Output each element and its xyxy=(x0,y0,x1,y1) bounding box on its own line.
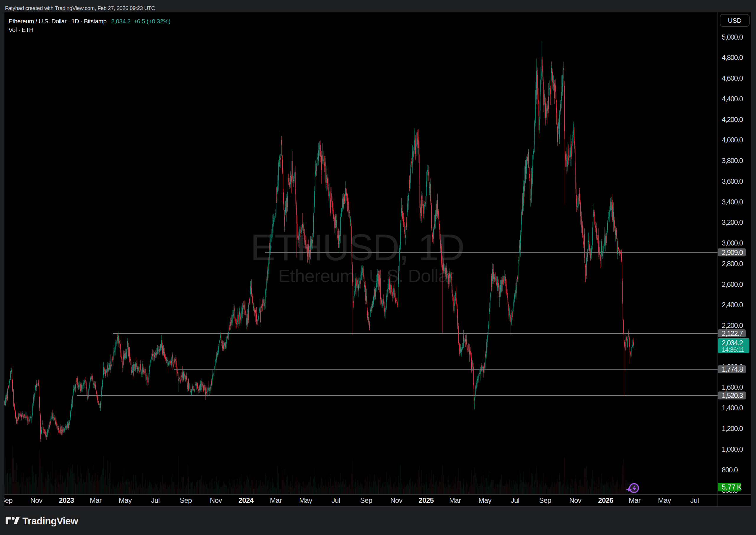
svg-text:2026: 2026 xyxy=(598,496,613,504)
svg-text:3,400.0: 3,400.0 xyxy=(722,198,743,206)
svg-text:2,800.0: 2,800.0 xyxy=(722,260,743,268)
svg-text:3,200.0: 3,200.0 xyxy=(722,218,743,226)
svg-text:2024: 2024 xyxy=(238,496,254,504)
svg-text:May: May xyxy=(299,496,312,504)
svg-text:Sep: Sep xyxy=(360,496,372,504)
svg-text:1,400.0: 1,400.0 xyxy=(722,404,743,412)
svg-text:1,200.0: 1,200.0 xyxy=(722,425,743,433)
svg-text:2,600.0: 2,600.0 xyxy=(722,280,743,288)
svg-text:2025: 2025 xyxy=(418,496,434,504)
svg-text:4,600.0: 4,600.0 xyxy=(722,74,743,82)
svg-text:4,000.0: 4,000.0 xyxy=(722,136,743,144)
svg-text:May: May xyxy=(478,496,491,504)
svg-text:Mar: Mar xyxy=(270,496,282,504)
svg-text:14:36:11: 14:36:11 xyxy=(722,346,744,353)
svg-text:2,909.0: 2,909.0 xyxy=(722,248,743,256)
svg-text:Sep: Sep xyxy=(179,496,192,504)
svg-text:4,400.0: 4,400.0 xyxy=(722,95,743,103)
svg-text:Nov: Nov xyxy=(390,496,402,504)
svg-text:3,600.0: 3,600.0 xyxy=(722,177,743,185)
svg-text:2,034.2: 2,034.2 xyxy=(722,339,743,347)
svg-text:USD: USD xyxy=(728,17,742,24)
svg-text:1,000.0: 1,000.0 xyxy=(722,445,743,453)
svg-text:Nov: Nov xyxy=(210,496,222,504)
svg-text:2,122.7: 2,122.7 xyxy=(722,329,743,337)
svg-text:Sep: Sep xyxy=(539,496,551,504)
svg-text:1,774.8: 1,774.8 xyxy=(722,365,743,373)
svg-text:4,800.0: 4,800.0 xyxy=(722,53,743,62)
svg-text:1,600.0: 1,600.0 xyxy=(722,383,743,391)
svg-text:Jul: Jul xyxy=(690,496,699,504)
svg-text:Mar: Mar xyxy=(449,496,461,504)
svg-text:Nov: Nov xyxy=(569,496,581,504)
svg-text:Jul: Jul xyxy=(331,496,340,504)
svg-text:2,200.0: 2,200.0 xyxy=(722,322,743,329)
svg-text:Mar: Mar xyxy=(90,496,102,504)
svg-text:May: May xyxy=(119,496,132,504)
svg-text:Fatyhad created with TradingVi: Fatyhad created with TradingView.com, Fe… xyxy=(5,5,155,11)
svg-text:Nov: Nov xyxy=(30,496,42,504)
svg-text:4,200.0: 4,200.0 xyxy=(722,116,743,124)
svg-text:Ethereum / U.S. Dollar: Ethereum / U.S. Dollar xyxy=(278,266,454,286)
svg-text:800.0: 800.0 xyxy=(722,466,738,474)
svg-text:3,000.0: 3,000.0 xyxy=(722,239,743,247)
svg-text:1,520.3: 1,520.3 xyxy=(722,391,743,399)
svg-text:Jul: Jul xyxy=(511,496,519,504)
svg-text:TradingView: TradingView xyxy=(22,516,78,526)
svg-text:5.77 K: 5.77 K xyxy=(722,483,742,491)
svg-text:Mar: Mar xyxy=(629,496,640,504)
svg-text:5,000.0: 5,000.0 xyxy=(722,33,743,41)
svg-text:Jul: Jul xyxy=(151,496,159,504)
svg-text:3,800.0: 3,800.0 xyxy=(722,156,743,164)
svg-text:May: May xyxy=(658,496,671,504)
svg-text:2023: 2023 xyxy=(59,496,74,504)
svg-text:Vol · ETH: Vol · ETH xyxy=(9,26,33,33)
svg-text:2,400.0: 2,400.0 xyxy=(722,301,743,309)
svg-text:Ethereum / U.S. Dollar · 1D ·: Ethereum / U.S. Dollar · 1D · Bitstamp 2… xyxy=(9,18,170,24)
